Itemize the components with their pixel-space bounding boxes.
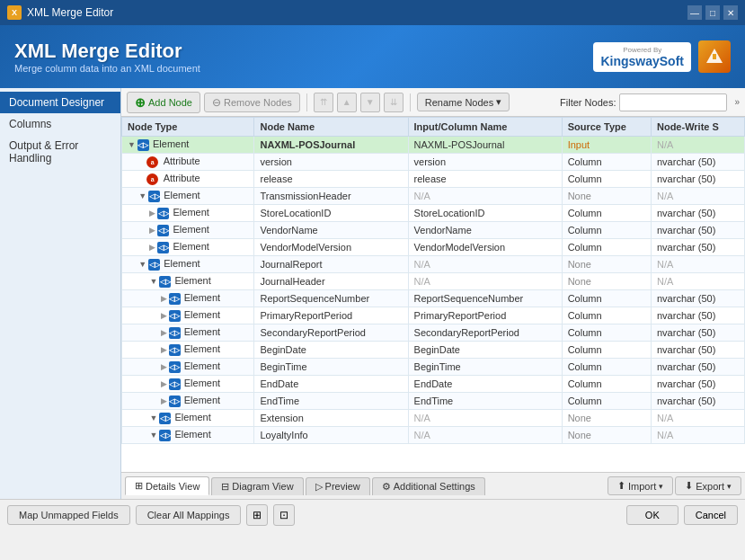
export-icon: ⬇ xyxy=(685,480,693,492)
table-cell-node-write: nvarchar (50) xyxy=(651,393,744,410)
filter-label: Filter Nodes: xyxy=(560,97,616,108)
table-cell-input-name: version xyxy=(408,154,562,171)
table-cell-input-name: N/A xyxy=(408,188,562,205)
title-bar: X XML Merge Editor — □ ✕ xyxy=(0,0,745,25)
table-cell-node-write: N/A xyxy=(651,410,744,427)
table-cell-source-type: Column xyxy=(562,359,651,376)
maximize-button[interactable]: □ xyxy=(705,5,720,20)
table-cell-node-write: N/A xyxy=(651,137,744,154)
remove-icon: ⊖ xyxy=(212,96,221,109)
settings-icon: ⚙ xyxy=(382,481,391,493)
table-cell-node-write: N/A xyxy=(651,427,744,444)
table-cell-node-name: NAXML-POSJournal xyxy=(254,137,408,154)
table-cell-node-name: version xyxy=(254,154,408,171)
close-button[interactable]: ✕ xyxy=(723,5,738,20)
table-cell-node-name: VendorModelVersion xyxy=(254,239,408,256)
table-cell-source-type: Column xyxy=(562,324,651,342)
footer-icon-btn-2[interactable]: ⊡ xyxy=(273,504,295,526)
table-cell-source-type: Column xyxy=(562,222,651,239)
map-unmapped-button[interactable]: Map Unmapped Fields xyxy=(7,505,130,525)
table-cell-node-name: JournalHeader xyxy=(254,273,408,290)
table-container[interactable]: Node Type Node Name Input/Column Name So… xyxy=(121,117,745,472)
table-cell-source-type: Column xyxy=(562,154,651,171)
col-node-write: Node-Write S xyxy=(651,118,744,137)
table-cell-node-name: BeginTime xyxy=(254,359,408,376)
sidebar-item-columns[interactable]: Columns xyxy=(0,113,120,135)
table-cell-input-name: N/A xyxy=(408,256,562,273)
tab-additional-settings[interactable]: ⚙ Additional Settings xyxy=(372,477,485,495)
powered-by-label: Powered By xyxy=(623,46,661,54)
rename-dropdown-icon: ▾ xyxy=(496,96,501,108)
add-icon: ⊕ xyxy=(135,95,146,110)
table-cell-node-write: nvarchar (50) xyxy=(651,376,744,393)
table-cell-source-type: None xyxy=(562,273,651,290)
table-cell-node-type: ▶a Attribute xyxy=(122,154,254,171)
table-cell-node-type: ▼◁▷ Element xyxy=(122,188,254,205)
app-title: XML Merge Editor xyxy=(14,40,200,63)
brand-name: KingswaySoft xyxy=(600,54,684,68)
export-button[interactable]: ⬇ Export ▾ xyxy=(675,476,741,495)
table-cell-source-type: None xyxy=(562,410,651,427)
bottom-tabs: ⊞ Details View ⊟ Diagram View ▷ Preview … xyxy=(121,472,745,499)
table-cell-node-write: nvarchar (50) xyxy=(651,324,744,342)
col-source-type: Source Type xyxy=(562,118,651,137)
table-cell-node-name: ReportSequenceNumber xyxy=(254,290,408,307)
table-cell-node-type: ▼◁▷ Element xyxy=(122,273,254,290)
move-up-button[interactable]: ▲ xyxy=(337,93,357,112)
cancel-button[interactable]: Cancel xyxy=(684,505,738,525)
table-cell-source-type: None xyxy=(562,188,651,205)
col-input-name: Input/Column Name xyxy=(408,118,562,137)
expand-icon[interactable]: » xyxy=(734,97,740,107)
app-header-text: XML Merge Editor Merge column data into … xyxy=(14,40,200,74)
move-top-button[interactable]: ⇈ xyxy=(314,93,333,112)
table-cell-input-name: N/A xyxy=(408,273,562,290)
move-bottom-button[interactable]: ⇊ xyxy=(384,93,404,112)
title-bar-controls[interactable]: — □ ✕ xyxy=(687,5,738,20)
table-cell-source-type: Column xyxy=(562,376,651,393)
table-cell-node-type: ▼◁▷ Element xyxy=(122,256,254,273)
table-cell-node-name: EndTime xyxy=(254,393,408,410)
ok-button[interactable]: OK xyxy=(626,505,678,525)
table-cell-node-name: PrimaryReportPeriod xyxy=(254,307,408,324)
tab-details-view[interactable]: ⊞ Details View xyxy=(125,476,209,495)
table-cell-node-type: ▶◁▷ Element xyxy=(122,376,254,393)
table-cell-node-write: nvarchar (50) xyxy=(651,342,744,359)
table-cell-input-name: BeginDate xyxy=(408,342,562,359)
table-cell-node-write: nvarchar (50) xyxy=(651,171,744,188)
table-cell-node-name: Extension xyxy=(254,410,408,427)
clear-all-button[interactable]: Clear All Mappings xyxy=(136,505,242,525)
table-cell-source-type: Column xyxy=(562,307,651,324)
table-cell-node-write: N/A xyxy=(651,188,744,205)
svg-rect-1 xyxy=(713,54,716,59)
table-cell-node-name: EndDate xyxy=(254,376,408,393)
add-node-button[interactable]: ⊕ Add Node xyxy=(127,92,200,113)
table-cell-node-type: ▶◁▷ Element xyxy=(122,222,254,239)
remove-nodes-button[interactable]: ⊖ Remove Nodes xyxy=(204,93,300,112)
export-dropdown-icon: ▾ xyxy=(727,482,732,491)
table-cell-node-write: nvarchar (50) xyxy=(651,359,744,376)
details-view-icon: ⊞ xyxy=(135,480,143,492)
table-cell-node-write: nvarchar (50) xyxy=(651,307,744,324)
table-cell-source-type: Input xyxy=(562,137,651,154)
table-cell-input-name: N/A xyxy=(408,410,562,427)
title-bar-left: X XML Merge Editor xyxy=(7,5,113,20)
sidebar-item-output-error[interactable]: Output & Error Handling xyxy=(0,135,120,169)
table-cell-node-type: ▼◁▷ Element xyxy=(122,427,254,444)
footer-icon-btn-1[interactable]: ⊞ xyxy=(246,504,268,526)
filter-input[interactable] xyxy=(619,93,727,111)
table-cell-node-name: LoyaltyInfo xyxy=(254,427,408,444)
table-cell-input-name: BeginTime xyxy=(408,359,562,376)
sidebar-item-document-designer[interactable]: Document Designer xyxy=(0,92,120,113)
table-cell-node-type: ▶a Attribute xyxy=(122,171,254,188)
move-down-button[interactable]: ▼ xyxy=(360,93,380,112)
table-cell-source-type: None xyxy=(562,427,651,444)
col-node-name: Node Name xyxy=(254,118,408,137)
tab-preview[interactable]: ▷ Preview xyxy=(306,477,370,495)
rename-nodes-button[interactable]: Rename Nodes ▾ xyxy=(417,93,510,111)
table-cell-node-name: JournalReport xyxy=(254,256,408,273)
import-button[interactable]: ⬆ Import ▾ xyxy=(608,476,673,495)
toolbar-divider-2 xyxy=(410,93,411,111)
tab-diagram-view[interactable]: ⊟ Diagram View xyxy=(211,477,303,495)
table-cell-node-type: ▼◁▷ Element xyxy=(122,137,254,154)
minimize-button[interactable]: — xyxy=(687,5,702,20)
